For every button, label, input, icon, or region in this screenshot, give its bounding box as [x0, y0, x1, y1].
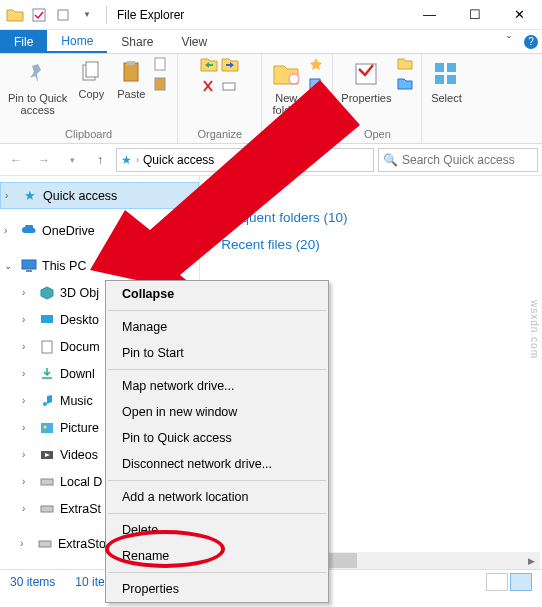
search-box[interactable]: 🔍	[378, 148, 538, 172]
ctx-collapse[interactable]: Collapse	[106, 281, 328, 307]
svg-rect-12	[435, 63, 444, 72]
cloud-icon	[20, 225, 38, 236]
copy-path-icon[interactable]	[153, 56, 171, 74]
svg-point-21	[44, 425, 47, 428]
maximize-button[interactable]: ☐	[452, 1, 497, 29]
clipboard-small	[153, 56, 171, 94]
chevron-right-icon: ›	[212, 239, 215, 250]
properties-big-icon	[350, 58, 382, 90]
group-organize: Organize	[178, 54, 262, 143]
pin-icon	[22, 58, 54, 90]
new-item-icon[interactable]	[308, 56, 326, 74]
ribbon-tabs: File Home Share View ˇ ?	[0, 30, 542, 54]
ctx-properties[interactable]: Properties	[106, 576, 328, 602]
ctx-add-location[interactable]: Add a network location	[106, 484, 328, 510]
video-icon	[38, 449, 56, 461]
tab-view[interactable]: View	[167, 30, 221, 53]
back-button[interactable]: ←	[4, 148, 28, 172]
ctx-rename[interactable]: Rename	[106, 543, 328, 569]
chevron-down-icon: ⌄	[4, 260, 16, 271]
column-header-name[interactable]: Name	[210, 182, 532, 204]
qat-dropdown-icon[interactable]: ▼	[76, 4, 98, 26]
chevron-right-icon: ›	[4, 225, 16, 236]
delete-icon[interactable]	[200, 78, 218, 97]
ctx-manage[interactable]: Manage	[106, 314, 328, 340]
new-folder-button[interactable]: New folder	[268, 56, 304, 118]
ctx-disconnect[interactable]: Disconnect network drive...	[106, 451, 328, 477]
help-button[interactable]: ?	[520, 30, 542, 53]
picture-icon	[38, 422, 56, 434]
window-buttons: — ☐ ✕	[407, 1, 542, 29]
paste-shortcut-icon[interactable]	[153, 76, 171, 94]
view-details-button[interactable]	[486, 573, 508, 591]
svg-rect-4	[124, 63, 138, 81]
properties-button[interactable]: Properties	[339, 56, 393, 106]
search-input[interactable]	[402, 153, 533, 167]
ctx-pin-quick[interactable]: Pin to Quick access	[106, 425, 328, 451]
new-folder-icon	[270, 58, 302, 90]
frequent-folders[interactable]: ›Frequent folders (10)	[210, 204, 532, 231]
quick-access-toolbar: ▼	[0, 4, 102, 26]
history-dropdown[interactable]: ▾	[60, 148, 84, 172]
rename-icon[interactable]	[221, 78, 239, 97]
paste-icon	[117, 58, 145, 86]
svg-rect-19	[42, 341, 52, 353]
svg-rect-23	[41, 479, 53, 485]
location-field[interactable]: ★ › Quick access	[116, 148, 374, 172]
svg-rect-15	[447, 75, 456, 84]
pin-button[interactable]: Pin to Quick access	[6, 56, 69, 118]
view-icons-button[interactable]	[510, 573, 532, 591]
svg-rect-16	[22, 260, 36, 269]
select-button[interactable]: Select	[428, 56, 464, 106]
music-icon	[38, 394, 56, 408]
svg-rect-3	[86, 62, 98, 77]
star-icon: ★	[21, 188, 39, 203]
download-icon	[38, 367, 56, 381]
up-button[interactable]: ↑	[88, 148, 112, 172]
ctx-new-window[interactable]: Open in new window	[106, 399, 328, 425]
checkbox-icon[interactable]	[28, 4, 50, 26]
recent-files[interactable]: ›Recent files (20)	[210, 231, 532, 258]
separator	[108, 310, 326, 311]
svg-rect-10	[310, 79, 320, 89]
address-bar: ← → ▾ ↑ ★ › Quick access 🔍	[0, 144, 542, 176]
new-small	[308, 56, 326, 94]
copy-button[interactable]: Copy	[73, 56, 109, 102]
close-button[interactable]: ✕	[497, 1, 542, 29]
move-to-icon[interactable]	[200, 56, 218, 75]
group-open: Properties Open	[333, 54, 422, 143]
desktop-icon	[38, 314, 56, 326]
nav-quick-access[interactable]: › ★ Quick access	[0, 182, 199, 209]
select-icon	[430, 58, 462, 90]
copy-icon	[77, 58, 105, 86]
ctx-map-drive[interactable]: Map network drive...	[106, 373, 328, 399]
status-item-count: 30 items	[10, 575, 55, 589]
separator	[106, 6, 107, 24]
nav-onedrive[interactable]: › OneDrive	[0, 217, 199, 244]
tab-file[interactable]: File	[0, 30, 47, 53]
group-select: Select	[422, 54, 470, 143]
history-icon[interactable]	[397, 76, 415, 94]
tab-home[interactable]: Home	[47, 30, 107, 53]
forward-button[interactable]: →	[32, 148, 56, 172]
properties-icon[interactable]	[52, 4, 74, 26]
cube-icon	[38, 286, 56, 300]
svg-point-9	[289, 74, 299, 84]
easy-access-icon[interactable]	[308, 76, 326, 94]
svg-rect-13	[447, 63, 456, 72]
tab-share[interactable]: Share	[107, 30, 167, 53]
svg-rect-6	[155, 58, 165, 70]
ctx-delete[interactable]: Delete	[106, 517, 328, 543]
nav-this-pc[interactable]: ⌄ This PC	[0, 252, 199, 279]
minimize-button[interactable]: —	[407, 1, 452, 29]
copy-to-icon[interactable]	[221, 56, 239, 75]
ribbon-collapse-button[interactable]: ˇ	[498, 30, 520, 53]
svg-rect-7	[155, 78, 165, 90]
title-bar: ▼ File Explorer — ☐ ✕	[0, 0, 542, 30]
ctx-pin-start[interactable]: Pin to Start	[106, 340, 328, 366]
paste-button[interactable]: Paste	[113, 56, 149, 102]
window-title: File Explorer	[117, 8, 184, 22]
scroll-right-icon[interactable]: ▶	[523, 552, 540, 569]
svg-rect-18	[41, 315, 53, 323]
open-icon[interactable]	[397, 56, 415, 74]
